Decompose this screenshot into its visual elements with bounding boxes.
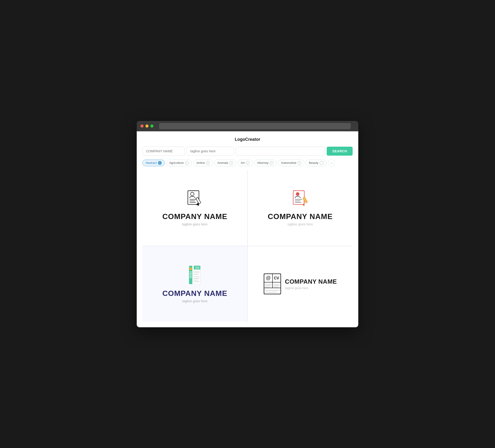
filter-label: Agriculture	[169, 161, 184, 165]
logo-card-2[interactable]: COMPANY NAME tagline goes here	[248, 170, 353, 246]
check-icon-abstract: ✓	[158, 161, 162, 165]
svg-text:CV: CV	[195, 266, 199, 269]
filter-label: Animals	[217, 161, 228, 165]
logo-card-1[interactable]: COMPANY NAME tagline goes here	[142, 170, 247, 246]
minimize-button[interactable]	[145, 125, 149, 127]
filter-chip-abstract[interactable]: Abstract ✓	[142, 160, 165, 166]
resume-colored-icon	[291, 190, 310, 209]
filter-chip-beauty[interactable]: Beauty	[306, 160, 326, 166]
logo1-tagline: tagline goes here	[182, 222, 207, 226]
logo2-tagline: tagline goes here	[288, 222, 313, 226]
logo1-company-name: COMPANY NAME	[162, 212, 227, 221]
filter-chip-airline[interactable]: Airline ✓	[193, 160, 213, 166]
check-icon-art: ✓	[246, 161, 250, 165]
logo4-layout: @ CV	[263, 273, 337, 294]
filter-chip-animals[interactable]: Animals ✓	[214, 160, 236, 166]
filter-label: Beauty	[309, 161, 318, 165]
app-title: LogoCreator	[142, 137, 353, 142]
filter-label: Airline	[196, 161, 205, 165]
logo-card-4[interactable]: @ CV	[248, 246, 353, 322]
logo-grid: COMPANY NAME tagline goes here	[142, 170, 353, 322]
check-icon-animals: ✓	[229, 161, 233, 165]
address-bar[interactable]	[159, 123, 351, 129]
search-bar: SEARCH	[142, 147, 353, 156]
tagline-input[interactable]	[187, 147, 234, 156]
logo-card-3[interactable]: CV COMPANY NAME tagline goes here	[142, 246, 247, 322]
logo4-company-name: COMPANY NAME	[285, 278, 337, 285]
svg-rect-21	[190, 277, 192, 278]
filter-label: Art	[241, 161, 245, 165]
check-icon-agriculture: ✓	[185, 161, 189, 165]
check-icon-automotive: ✓	[298, 161, 301, 165]
filter-label: Abstract	[145, 161, 157, 165]
search-button[interactable]: SEARCH	[327, 147, 353, 156]
maximize-button[interactable]	[150, 125, 153, 127]
cv-colorful-icon: CV	[187, 265, 203, 286]
filter-next-arrow[interactable]: →	[328, 159, 335, 167]
svg-point-16	[189, 267, 192, 270]
svg-rect-17	[190, 272, 192, 272]
svg-point-8	[296, 192, 299, 196]
logo2-company-name: COMPANY NAME	[268, 212, 333, 221]
resume-outline-icon	[186, 190, 204, 209]
keyword-input[interactable]	[236, 147, 325, 156]
check-icon-airline: ✓	[206, 161, 210, 165]
cv-bordered-icon: @ CV	[263, 273, 281, 294]
check-icon-beauty	[320, 161, 323, 165]
filter-chip-attorney[interactable]: Attorney ✓	[254, 160, 276, 166]
svg-rect-20	[190, 276, 192, 277]
browser-window: LogoCreator SEARCH Abstract ✓ Agricultur…	[137, 121, 358, 327]
logo3-tagline: tagline goes here	[182, 299, 207, 303]
filter-chip-automotive[interactable]: Automotive ✓	[278, 160, 304, 166]
browser-titlebar	[137, 121, 358, 131]
category-filters: Abstract ✓ Agriculture ✓ Airline ✓ Anima…	[142, 159, 353, 167]
close-button[interactable]	[140, 125, 144, 127]
logo3-company-name: COMPANY NAME	[162, 289, 227, 298]
filter-label: Automotive	[281, 161, 296, 165]
filter-label: Attorney	[257, 161, 268, 165]
check-icon-attorney: ✓	[270, 161, 274, 165]
app-content: LogoCreator SEARCH Abstract ✓ Agricultur…	[137, 131, 358, 327]
svg-rect-19	[190, 274, 192, 275]
svg-rect-18	[190, 273, 192, 274]
svg-text:@: @	[266, 275, 271, 280]
logo4-tagline: tagline goes here	[285, 286, 337, 290]
svg-text:CV: CV	[274, 276, 279, 280]
company-name-input[interactable]	[142, 147, 185, 156]
filter-chip-art[interactable]: Art ✓	[238, 160, 253, 166]
logo4-text-block: COMPANY NAME tagline goes here	[285, 278, 337, 290]
filter-chip-agriculture[interactable]: Agriculture ✓	[166, 160, 192, 166]
